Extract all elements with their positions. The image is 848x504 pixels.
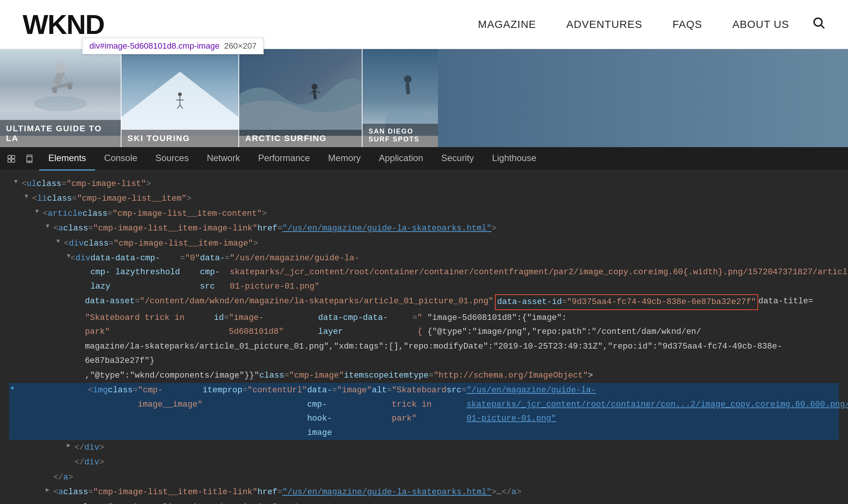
code-line-img-selected[interactable]: ● <img class="cmp-image__image" itemprop… <box>9 383 839 440</box>
tooltip-selector: div#image-5d608101d8.cmp-image <box>89 41 220 51</box>
nav-faqs[interactable]: FAQS <box>673 18 702 31</box>
code-line-data-title: "Skateboard trick in park" id="image-5d6… <box>9 310 839 340</box>
image-gallery: ULTIMATE GUIDE TO LA <box>0 49 848 147</box>
svg-point-4 <box>52 88 57 93</box>
gallery-overflow <box>438 49 848 147</box>
search-icon[interactable] <box>812 16 825 33</box>
svg-point-7 <box>55 63 66 73</box>
code-line-close-a: </a> <box>9 470 839 485</box>
svg-point-24 <box>404 75 412 83</box>
expand-icon[interactable] <box>56 237 64 247</box>
code-line-close-div1: </div> <box>9 440 839 455</box>
code-line-data-layer-3: ,"@type":"wknd/components/image"}}" clas… <box>9 368 839 383</box>
svg-point-2 <box>34 96 87 111</box>
tab-sources[interactable]: Sources <box>146 147 198 171</box>
gallery-item-sandiego: SAN DIEGO SURF SPOTS <box>363 49 438 147</box>
nav-adventures[interactable]: ADVENTURES <box>566 18 642 31</box>
tab-application[interactable]: Application <box>370 147 432 171</box>
tab-lighthouse[interactable]: Lighthouse <box>483 147 545 171</box>
code-line-a-image-link: <a class="cmp-image-list__item-image-lin… <box>9 221 839 236</box>
svg-point-0 <box>814 18 822 26</box>
expand-icon[interactable] <box>67 441 74 451</box>
tab-memory[interactable]: Memory <box>319 147 370 171</box>
tab-performance[interactable]: Performance <box>249 147 319 171</box>
top-nav: WKND MAGAZINE ADVENTURES FAQS ABOUT US d… <box>0 0 848 49</box>
sandiego-image <box>363 49 438 136</box>
code-line-data-asset: data-asset="/content/dam/wknd/en/magazin… <box>9 294 839 310</box>
nav-magazine[interactable]: MAGAZINE <box>478 18 536 31</box>
element-tooltip: div#image-5d608101d8.cmp-image 260×207 <box>82 38 264 54</box>
devtools-tab-bar: Elements Console Sources Network Perform… <box>0 147 848 171</box>
gallery-label-sandiego: SAN DIEGO SURF SPOTS <box>363 124 438 147</box>
gallery-item-ski: SKI TOURING <box>121 49 238 147</box>
code-line-div-lazy: <div data-cmp-lazy data-cmp-lazythreshol… <box>9 251 839 294</box>
expand-icon[interactable] <box>25 192 32 202</box>
gallery-label-skate: ULTIMATE GUIDE TO LA <box>0 120 121 147</box>
tab-elements[interactable]: Elements <box>39 147 95 171</box>
expand-icon[interactable] <box>35 207 43 217</box>
svg-point-19 <box>312 84 318 90</box>
svg-point-13 <box>178 92 182 96</box>
code-line-span-desc: <span class="cmp-image-list__item-descri… <box>9 500 839 504</box>
svg-line-9 <box>62 73 68 81</box>
gallery-item-surf: ARCTIC SURFING <box>239 49 362 147</box>
svg-line-1 <box>821 25 824 28</box>
code-line-div-image: <div class="cmp-image-list__item-image" … <box>9 236 839 251</box>
nav-links: MAGAZINE ADVENTURES FAQS ABOUT US <box>478 18 789 31</box>
tab-security[interactable]: Security <box>432 147 483 171</box>
code-line-article: <article class="cmp-image-list__item-con… <box>9 206 839 221</box>
dot-marker: ● <box>11 383 14 393</box>
devtools-code-body: <ul class="cmp-image-list" > <li class="… <box>0 171 848 504</box>
surf-image <box>239 49 362 136</box>
code-line-ul: <ul class="cmp-image-list" > <box>9 177 839 191</box>
expand-icon[interactable] <box>14 177 22 187</box>
devtools-panel: Elements Console Sources Network Perform… <box>0 147 848 504</box>
svg-rect-28 <box>8 159 11 162</box>
nav-about-us[interactable]: ABOUT US <box>732 18 789 31</box>
tooltip-size: 260×207 <box>224 41 257 51</box>
tab-console[interactable]: Console <box>95 147 146 171</box>
device-toolbar-icon[interactable] <box>21 151 38 167</box>
gallery-label-ski: SKI TOURING <box>121 130 238 147</box>
expand-icon[interactable] <box>46 221 53 232</box>
ski-image <box>121 49 238 136</box>
expand-icon[interactable] <box>67 251 71 261</box>
code-line-li: <li class="cmp-image-list__item" > <box>9 191 839 206</box>
inspect-element-icon[interactable] <box>3 151 20 167</box>
code-line-data-layer-2: magazine/la-skateparks/article_01_pictur… <box>9 339 839 368</box>
gallery-item-skate: ULTIMATE GUIDE TO LA <box>0 49 121 147</box>
code-line-close-div2: </div> <box>9 455 839 470</box>
svg-rect-26 <box>8 155 11 158</box>
svg-rect-27 <box>12 155 15 158</box>
svg-point-33 <box>29 161 30 162</box>
gallery-label-surf: ARCTIC SURFING <box>239 130 362 147</box>
svg-rect-29 <box>12 159 15 162</box>
svg-point-5 <box>67 84 72 89</box>
code-line-a-title: <a class="cmp-image-list__item-title-lin… <box>9 485 839 499</box>
tab-network[interactable]: Network <box>198 147 249 171</box>
expand-icon[interactable] <box>46 485 53 495</box>
site-logo[interactable]: WKND <box>23 9 104 40</box>
